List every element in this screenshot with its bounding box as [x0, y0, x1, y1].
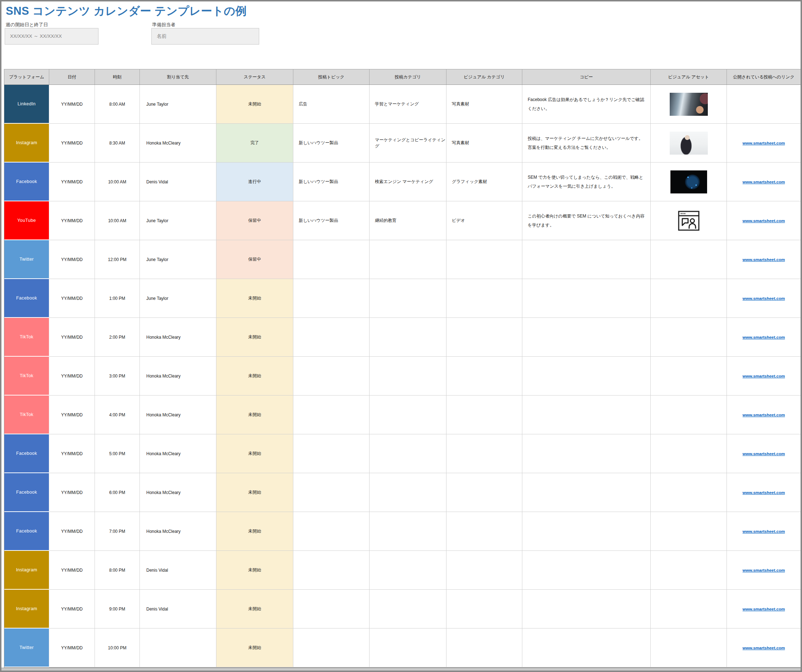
topic-cell: [293, 512, 370, 551]
copy-cell: [522, 512, 651, 551]
category-cell: [370, 318, 446, 357]
visual-asset-cell: [651, 279, 727, 318]
post-link[interactable]: www.smartsheet.com: [743, 180, 785, 184]
table-row: TikTokYY/MM/DD3:00 PMHonoka McCleary未開始w…: [4, 357, 800, 395]
assignee-cell: Honoka McCleary: [140, 357, 217, 395]
time-cell: 9:00 PM: [95, 589, 140, 628]
table-body: LinkedInYY/MM/DD8:00 AMJune Taylor未開始広告学…: [4, 85, 800, 667]
topic-cell: [293, 240, 370, 279]
visual-category-cell: [446, 279, 522, 318]
post-link-cell: www.smartsheet.com: [727, 124, 800, 162]
video-chat-icon: [678, 211, 700, 231]
post-link[interactable]: www.smartsheet.com: [743, 374, 785, 378]
topic-cell: [293, 357, 370, 395]
assignee-cell: Denis Vidal: [140, 162, 217, 201]
post-link[interactable]: www.smartsheet.com: [743, 141, 785, 145]
platform-cell: Instagram: [4, 124, 49, 162]
assignee-cell: Honoka McCleary: [140, 473, 217, 512]
topic-cell: 広告: [293, 85, 370, 124]
date-cell: YY/MM/DD: [49, 357, 95, 395]
visual-asset-cell: [651, 395, 727, 434]
assignee-cell: Denis Vidal: [140, 551, 217, 589]
network-globe-graphic: [670, 170, 707, 193]
status-cell: 未開始: [217, 318, 293, 357]
post-link-cell: www.smartsheet.com: [727, 240, 800, 279]
post-link[interactable]: www.smartsheet.com: [743, 529, 785, 534]
topic-cell: [293, 395, 370, 434]
owner-input[interactable]: 名前: [151, 28, 259, 45]
table-row: FacebookYY/MM/DD7:00 PMHonoka McCleary未開…: [4, 512, 800, 551]
post-link[interactable]: www.smartsheet.com: [743, 219, 785, 223]
copy-cell: 投稿は、マーケティング チームに欠かせないツールです。言葉を行動に変える方法をご…: [522, 124, 651, 162]
visual-category-cell: [446, 240, 522, 279]
date-cell: YY/MM/DD: [49, 124, 95, 162]
week-range-input[interactable]: XX/XX/XX ～ XX/XX/XX: [5, 28, 99, 45]
platform-cell: Twitter: [4, 628, 49, 667]
col-header-post-link: 公開されている投稿へのリンク: [727, 70, 800, 84]
visual-category-cell: [446, 357, 522, 395]
date-cell: YY/MM/DD: [49, 279, 95, 318]
platform-cell: Facebook: [4, 162, 49, 201]
platform-cell: Instagram: [4, 551, 49, 589]
col-header-topic: 投稿トピック: [293, 70, 370, 84]
post-link[interactable]: www.smartsheet.com: [743, 646, 785, 650]
status-cell: 未開始: [217, 85, 293, 124]
laptop-typing-photo: [670, 93, 708, 116]
category-cell: マーケティングとコピーライティング: [370, 124, 446, 162]
time-cell: 1:00 PM: [95, 279, 140, 318]
post-link[interactable]: www.smartsheet.com: [743, 452, 785, 456]
post-link[interactable]: www.smartsheet.com: [743, 296, 785, 301]
copy-cell: SEM で力を使い切ってしまったなら、この戦術で、戦略とパフォーマンスを一気に引…: [522, 162, 651, 201]
copy-cell: Facebook 広告は効果があるでしょうか？リンク先でご確認ください。: [522, 85, 651, 124]
date-cell: YY/MM/DD: [49, 240, 95, 279]
post-link[interactable]: www.smartsheet.com: [743, 413, 785, 417]
post-link-cell: www.smartsheet.com: [727, 357, 800, 395]
copy-cell: [522, 240, 651, 279]
assignee-cell: [140, 628, 217, 667]
time-cell: 10:00 PM: [95, 628, 140, 667]
visual-category-cell: [446, 628, 522, 667]
table-row: TikTokYY/MM/DD2:00 PMHonoka McCleary未開始w…: [4, 318, 800, 357]
visual-category-cell: 写真素材: [446, 124, 522, 162]
date-cell: YY/MM/DD: [49, 628, 95, 667]
post-link-cell: www.smartsheet.com: [727, 162, 800, 201]
copy-cell: この初心者向けの概要で SEM について知っておくべき内容を学びます。: [522, 201, 651, 240]
table-header-row: プラットフォーム 日付 時刻 割り当て先 ステータス 投稿トピック 投稿カテゴリ…: [4, 70, 800, 85]
assignee-cell: June Taylor: [140, 240, 217, 279]
col-header-category: 投稿カテゴリ: [370, 70, 446, 84]
category-cell: [370, 473, 446, 512]
post-link[interactable]: www.smartsheet.com: [743, 607, 785, 611]
table-row: TwitterYY/MM/DD12:00 PMJune Taylor保留中www…: [4, 240, 800, 279]
category-cell: [370, 279, 446, 318]
topic-cell: [293, 589, 370, 628]
visual-asset-cell: [651, 512, 727, 551]
bottom-divider: [2, 668, 800, 671]
visual-asset-cell: [651, 357, 727, 395]
platform-cell: Facebook: [4, 473, 49, 512]
assignee-cell: Denis Vidal: [140, 589, 217, 628]
category-cell: [370, 551, 446, 589]
copy-cell: [522, 589, 651, 628]
time-cell: 3:00 PM: [95, 357, 140, 395]
status-cell: 完了: [217, 124, 293, 162]
time-cell: 5:00 PM: [95, 434, 140, 473]
topic-cell: [293, 279, 370, 318]
post-link[interactable]: www.smartsheet.com: [743, 335, 785, 339]
copy-cell: [522, 318, 651, 357]
status-cell: 未開始: [217, 628, 293, 667]
time-cell: 4:00 PM: [95, 395, 140, 434]
date-cell: YY/MM/DD: [49, 318, 95, 357]
assignee-cell: June Taylor: [140, 279, 217, 318]
page: SNS コンテンツ カレンダー テンプレートの例 週の開始日と終了日 XX/XX…: [0, 0, 802, 672]
visual-category-cell: [446, 589, 522, 628]
visual-category-cell: 写真素材: [446, 85, 522, 124]
post-link[interactable]: www.smartsheet.com: [743, 491, 785, 495]
date-cell: YY/MM/DD: [49, 589, 95, 628]
platform-cell: Facebook: [4, 279, 49, 318]
status-cell: 進行中: [217, 162, 293, 201]
post-link[interactable]: www.smartsheet.com: [743, 568, 785, 572]
topic-cell: [293, 318, 370, 357]
post-link[interactable]: www.smartsheet.com: [743, 257, 785, 262]
status-cell: 未開始: [217, 473, 293, 512]
status-cell: 未開始: [217, 279, 293, 318]
